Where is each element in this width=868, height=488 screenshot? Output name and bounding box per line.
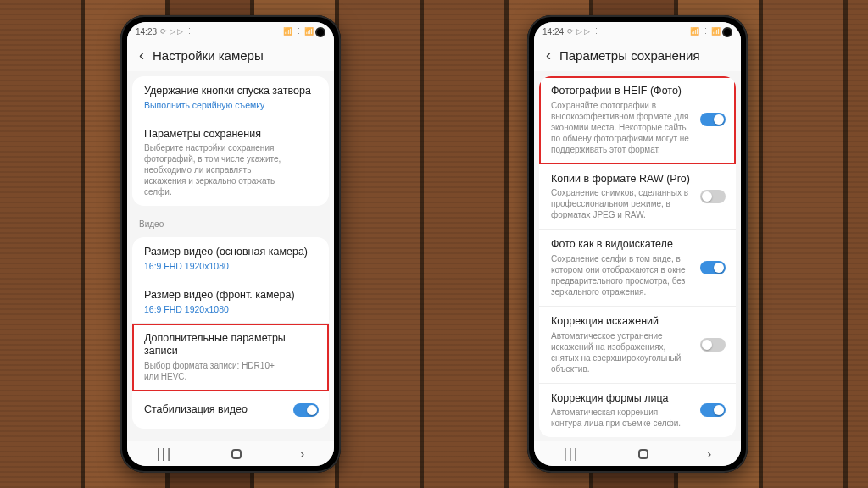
status-bar: 14:23 ⟳ ▷ ▷ ⋮ 📶 ⋮ 📶 🔋 — [127, 22, 334, 41]
row-advanced-recording[interactable]: Дополнительные параметры записи Выбор фо… — [132, 324, 329, 391]
row-label: Размер видео (фронт. камера) — [144, 289, 317, 302]
row-label: Удержание кнопки спуска затвора — [144, 85, 317, 98]
section-header-useful: Полезные функции — [127, 434, 334, 441]
row-label: Коррекция искажений — [551, 315, 724, 329]
status-time: 14:24 — [542, 27, 564, 36]
page-title: Параметры сохранения — [559, 48, 700, 63]
nav-recent-icon[interactable]: ||| — [564, 446, 579, 462]
toggle-as-previewed[interactable] — [700, 261, 726, 274]
row-value: 16:9 FHD 1920x1080 — [144, 261, 317, 271]
card-basic: Удержание кнопки спуска затвора Выполнит… — [132, 76, 329, 206]
card-video: Размер видео (основная камера) 16:9 FHD … — [132, 237, 329, 429]
nav-back-icon[interactable]: ‹ — [300, 446, 304, 462]
phone-right: 14:24 ⟳ ▷ ▷ ⋮ 📶 ⋮ 📶 🔋 ‹ Параметры сохран… — [527, 15, 748, 473]
row-face-shape-correction[interactable]: Коррекция формы лица Автоматическая корр… — [539, 384, 736, 438]
row-value: Выполнить серийную съемку — [144, 100, 317, 110]
row-stabilization[interactable]: Стабилизация видео — [132, 391, 329, 429]
card-save-options: Фотографии в HEIF (Фото) Сохраняйте фото… — [539, 76, 736, 437]
row-label: Размер видео (основная камера) — [144, 246, 317, 259]
back-icon[interactable]: ‹ — [139, 47, 144, 63]
row-shutter-hold[interactable]: Удержание кнопки спуска затвора Выполнит… — [132, 76, 329, 119]
row-label: Копии в формате RAW (Pro) — [551, 173, 724, 186]
toggle-distortion[interactable] — [700, 338, 726, 352]
title-bar: ‹ Параметры сохранения — [534, 41, 741, 71]
row-sub: Сохранение снимков, сделанных в професси… — [551, 187, 724, 220]
status-left-icons: ⟳ ▷ ▷ ⋮ — [567, 27, 600, 36]
row-label: Стабилизация видео — [144, 403, 317, 417]
row-label: Параметры сохранения — [144, 128, 317, 141]
status-left-icons: ⟳ ▷ ▷ ⋮ — [160, 27, 193, 36]
row-as-previewed[interactable]: Фото как в видоискателе Сохранение селфи… — [539, 230, 736, 307]
row-raw[interactable]: Копии в формате RAW (Pro) Сохранение сни… — [539, 164, 736, 230]
back-icon[interactable]: ‹ — [546, 47, 551, 63]
row-sub: Автоматическая коррекция контура лица пр… — [551, 407, 724, 429]
page-title: Настройки камеры — [153, 48, 264, 63]
row-video-size-front[interactable]: Размер видео (фронт. камера) 16:9 FHD 19… — [132, 280, 329, 324]
toggle-heif[interactable] — [700, 113, 726, 126]
front-camera-hole — [722, 27, 732, 37]
screen-right: 14:24 ⟳ ▷ ▷ ⋮ 📶 ⋮ 📶 🔋 ‹ Параметры сохран… — [534, 22, 741, 466]
status-time: 14:23 — [136, 27, 157, 36]
nav-bar: ||| ‹ — [127, 441, 334, 466]
nav-back-icon[interactable]: ‹ — [707, 446, 711, 462]
row-sub: Сохранение селфи в том виде, в котором о… — [551, 253, 724, 297]
nav-recent-icon[interactable]: ||| — [157, 446, 172, 462]
row-sub: Автоматическое устранение искажений на и… — [551, 330, 724, 374]
row-label: Фотографии в HEIF (Фото) — [551, 85, 724, 98]
nav-home-icon[interactable] — [231, 449, 242, 459]
phone-left: 14:23 ⟳ ▷ ▷ ⋮ 📶 ⋮ 📶 🔋 ‹ Настройки камеры… — [120, 15, 341, 473]
row-value: 16:9 FHD 1920x1080 — [144, 304, 317, 314]
row-label: Дополнительные параметры записи — [144, 332, 317, 358]
row-label: Фото как в видоискателе — [551, 238, 724, 252]
row-distortion-correction[interactable]: Коррекция искажений Автоматическое устра… — [539, 307, 736, 384]
toggle-stabilization[interactable] — [293, 403, 319, 417]
nav-bar: ||| ‹ — [534, 441, 741, 466]
settings-scroll[interactable]: Удержание кнопки спуска затвора Выполнит… — [127, 71, 334, 441]
title-bar: ‹ Настройки камеры — [127, 41, 334, 71]
status-bar: 14:24 ⟳ ▷ ▷ ⋮ 📶 ⋮ 📶 🔋 — [534, 22, 741, 41]
row-heif[interactable]: Фотографии в HEIF (Фото) Сохраняйте фото… — [539, 76, 736, 164]
toggle-face-shape[interactable] — [700, 403, 726, 417]
row-save-options[interactable]: Параметры сохранения Выберите настройки … — [132, 119, 329, 207]
row-sub: Выберите настройки сохранения фотографий… — [144, 142, 317, 197]
row-sub: Сохраняйте фотографии в высокоэффективно… — [551, 100, 724, 155]
front-camera-hole — [315, 27, 326, 37]
row-video-size-main[interactable]: Размер видео (основная камера) 16:9 FHD … — [132, 237, 329, 280]
section-header-video: Видео — [127, 211, 334, 232]
screen-left: 14:23 ⟳ ▷ ▷ ⋮ 📶 ⋮ 📶 🔋 ‹ Настройки камеры… — [127, 22, 334, 466]
row-sub: Выбор формата записи: HDR10+ или HEVC. — [144, 360, 317, 382]
nav-home-icon[interactable] — [638, 449, 648, 459]
settings-scroll[interactable]: Фотографии в HEIF (Фото) Сохраняйте фото… — [534, 71, 741, 441]
row-label: Коррекция формы лица — [551, 392, 724, 406]
toggle-raw[interactable] — [700, 190, 726, 203]
